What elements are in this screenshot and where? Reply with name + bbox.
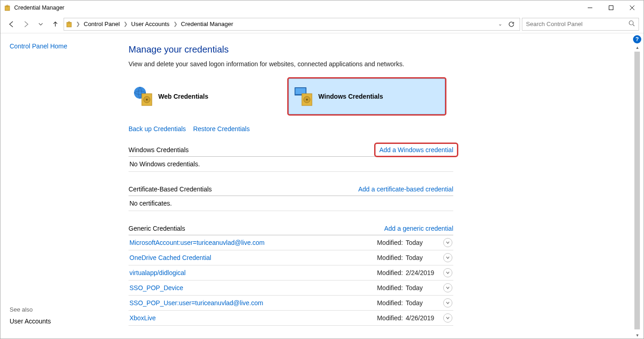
page-description: View and delete your saved logon informa… [129,60,612,68]
chevron-right-icon[interactable]: ❯ [122,21,129,27]
windows-empty-text: No Windows credentials. [129,157,453,172]
credential-row[interactable]: XboxLiveModified:4/26/2019 [129,311,453,326]
sidebar: Control Panel Home See also User Account… [0,33,115,339]
svg-line-9 [633,25,635,26]
breadcrumb-user-accounts[interactable]: User Accounts [130,20,171,28]
credential-manager-icon [66,21,73,28]
svg-point-8 [629,21,633,25]
window-title: Credential Manager [14,5,580,11]
cert-empty-text: No certificates. [129,196,453,211]
modified-label: Modified: [377,254,403,261]
credential-name[interactable]: virtualapp/didlogical [129,269,377,276]
user-accounts-link[interactable]: User Accounts [10,318,106,325]
main-content: Manage your credentials View and delete … [115,33,631,339]
credential-name[interactable]: SSO_POP_Device [129,284,377,291]
modified-value: 2/24/2019 [406,269,439,276]
maximize-button[interactable] [601,1,622,15]
credential-name[interactable]: XboxLive [129,314,377,322]
scroll-up-button[interactable]: ▴ [633,43,641,51]
credential-row[interactable]: MicrosoftAccount:user=turiceanuvlad@live… [129,235,453,250]
search-input[interactable] [526,21,628,27]
svg-point-13 [146,99,148,101]
certificate-credentials-section: Certificate-Based Credentials Add a cert… [129,183,453,211]
web-credentials-tile[interactable]: Web Credentials [129,79,285,114]
monitor-safe-icon [293,85,315,107]
modified-label: Modified: [377,284,403,291]
navigation-bar: ❯ Control Panel ❯ User Accounts ❯ Creden… [0,15,644,33]
svg-rect-3 [609,6,613,10]
expand-chevron-icon[interactable] [443,238,452,247]
modified-value: 4/26/2019 [406,314,439,322]
expand-chevron-icon[interactable] [443,253,452,262]
windows-credentials-tile[interactable]: Windows Credentials [289,79,445,114]
section-title: Windows Credentials [129,146,189,154]
recent-dropdown-button[interactable] [34,18,47,31]
titlebar: Credential Manager [0,0,644,15]
expand-chevron-icon[interactable] [443,268,452,277]
modified-value: Today [406,284,439,291]
add-certificate-credential-link[interactable]: Add a certificate-based credential [358,185,453,193]
minimize-button[interactable] [580,1,601,15]
modified-label: Modified: [377,269,403,276]
page-title: Manage your credentials [129,44,612,55]
credential-name[interactable]: MicrosoftAccount:user=turiceanuvlad@live… [129,239,377,246]
section-title: Certificate-Based Credentials [129,185,212,193]
scrollbar-thumb[interactable] [634,52,640,329]
search-icon[interactable] [628,20,635,28]
expand-chevron-icon[interactable] [443,313,452,323]
scrollbar-track[interactable] [633,52,641,330]
search-box[interactable] [522,18,639,31]
svg-point-18 [306,99,308,101]
credential-row[interactable]: SSO_POP_User:user=turiceanuvlad@live.com… [129,296,453,311]
modified-value: Today [406,239,439,246]
help-icon[interactable]: ? [633,35,641,43]
tile-label: Web Credentials [158,93,208,100]
credential-name[interactable]: OneDrive Cached Credential [129,254,377,261]
refresh-button[interactable] [505,18,518,31]
credential-row[interactable]: SSO_POP_DeviceModified:Today [129,281,453,296]
control-panel-home-link[interactable]: Control Panel Home [10,42,106,50]
back-button[interactable] [5,18,18,31]
credential-row[interactable]: OneDrive Cached CredentialModified:Today [129,250,453,265]
modified-label: Modified: [377,299,403,307]
chevron-right-icon[interactable]: ❯ [74,21,82,27]
globe-safe-icon [133,85,155,107]
modified-label: Modified: [377,239,403,246]
credential-manager-icon [4,4,11,11]
forward-button[interactable] [20,18,32,31]
window-controls [580,1,643,15]
generic-credentials-section: Generic Credentials Add a generic creden… [129,222,453,326]
backup-restore-links: Back up Credentials Restore Credentials [129,125,612,132]
modified-value: Today [406,254,439,261]
expand-chevron-icon[interactable] [443,283,452,292]
add-windows-credential-link[interactable]: Add a Windows credential [379,146,453,154]
windows-credentials-section: Windows Credentials Add a Windows creden… [129,143,453,172]
credential-name[interactable]: SSO_POP_User:user=turiceanuvlad@live.com [129,299,377,307]
chevron-down-icon[interactable]: ⌄ [496,21,504,27]
modified-label: Modified: [377,314,403,322]
breadcrumb-credential-manager[interactable]: Credential Manager [180,20,234,28]
close-button[interactable] [622,1,643,15]
credential-row[interactable]: virtualapp/didlogicalModified:2/24/2019 [129,265,453,281]
restore-credentials-link[interactable]: Restore Credentials [193,125,250,132]
modified-value: Today [406,299,439,307]
add-generic-credential-link[interactable]: Add a generic credential [384,225,453,232]
breadcrumb-control-panel[interactable]: Control Panel [83,20,121,28]
svg-rect-15 [295,88,306,94]
address-bar[interactable]: ❯ Control Panel ❯ User Accounts ❯ Creden… [64,18,520,31]
expand-chevron-icon[interactable] [443,298,452,307]
tile-label: Windows Credentials [318,93,383,100]
credential-type-tiles: Web Credentials Windows Credentials [129,79,453,114]
scroll-down-button[interactable]: ▾ [633,331,641,339]
see-also-label: See also [10,306,106,313]
chevron-right-icon[interactable]: ❯ [172,21,179,27]
right-gutter: ? ▴ ▾ [631,33,644,339]
section-title: Generic Credentials [129,225,185,232]
up-button[interactable] [49,18,62,31]
backup-credentials-link[interactable]: Back up Credentials [129,125,186,132]
